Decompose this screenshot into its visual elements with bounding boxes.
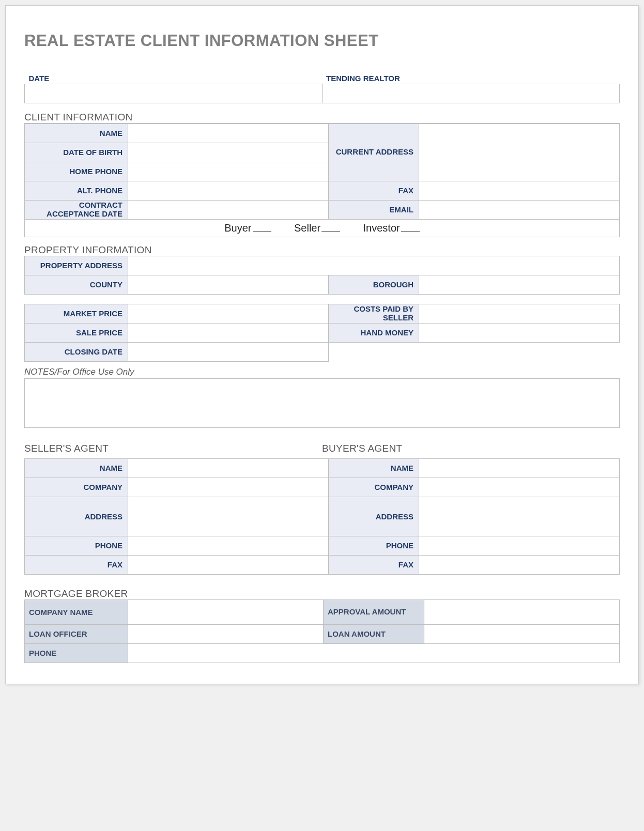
agents-table: NAME NAME COMPANY COMPANY ADDRESS ADDRES… — [24, 458, 620, 575]
realtor-input[interactable] — [322, 84, 620, 103]
seller-name-input[interactable] — [128, 458, 329, 478]
seller-fax-label: FAX — [25, 555, 128, 574]
property-table-2: MARKET PRICE COSTS PAID BY SELLER SALE P… — [24, 304, 620, 362]
client-fax-input[interactable] — [419, 181, 620, 200]
seller-address-input[interactable] — [128, 497, 329, 536]
client-dob-input[interactable] — [128, 143, 329, 162]
costs-paid-input[interactable] — [419, 304, 620, 323]
role-seller-blank[interactable] — [321, 231, 340, 232]
seller-fax-input[interactable] — [128, 555, 329, 574]
client-name-input[interactable] — [128, 124, 329, 143]
seller-company-input[interactable] — [128, 478, 329, 497]
buyers-agent-title: BUYER'S AGENT — [322, 439, 620, 458]
page-title: REAL ESTATE CLIENT INFORMATION SHEET — [24, 32, 620, 50]
buyer-phone-label: PHONE — [329, 536, 419, 555]
agents-header-table: SELLER'S AGENT BUYER'S AGENT — [24, 439, 620, 458]
broker-approval-input[interactable] — [424, 599, 620, 624]
client-current-address-label: CURRENT ADDRESS — [329, 124, 419, 181]
client-section-title: CLIENT INFORMATION — [24, 112, 620, 124]
realtor-header: TENDING REALTOR — [322, 65, 620, 84]
role-buyer-label: Buyer — [224, 222, 251, 234]
broker-company-label: COMPANY NAME — [25, 599, 128, 624]
top-table: DATE TENDING REALTOR — [24, 65, 620, 103]
broker-section-title: MORTGAGE BROKER — [24, 588, 620, 599]
sellers-agent-title: SELLER'S AGENT — [24, 439, 322, 458]
date-input[interactable] — [25, 84, 323, 103]
market-price-input[interactable] — [128, 304, 329, 323]
seller-name-label: NAME — [25, 458, 128, 478]
seller-phone-label: PHONE — [25, 536, 128, 555]
property-address-label: PROPERTY ADDRESS — [25, 256, 128, 275]
broker-phone-label: PHONE — [25, 643, 128, 663]
date-header: DATE — [25, 65, 323, 84]
buyer-fax-input[interactable] — [419, 555, 620, 574]
broker-company-input[interactable] — [128, 599, 324, 624]
notes-header: NOTES/For Office Use Only — [24, 365, 620, 378]
client-contract-date-label: CONTRACT ACCEPTANCE DATE — [25, 200, 128, 219]
property-borough-label: BOROUGH — [329, 275, 419, 294]
client-role-row[interactable]: Buyer Seller Investor — [25, 219, 620, 237]
property-borough-input[interactable] — [419, 275, 620, 294]
sale-price-label: SALE PRICE — [25, 323, 128, 342]
buyer-name-input[interactable] — [419, 458, 620, 478]
broker-loan-amount-label: LOAN AMOUNT — [324, 624, 424, 643]
buyer-address-input[interactable] — [419, 497, 620, 536]
role-buyer-blank[interactable] — [253, 231, 271, 232]
client-fax-label: FAX — [329, 181, 419, 200]
closing-date-label: CLOSING DATE — [25, 342, 128, 361]
role-investor-label: Investor — [363, 222, 400, 234]
notes-input[interactable] — [24, 378, 620, 428]
property-section-title: PROPERTY INFORMATION — [24, 244, 620, 256]
client-contract-date-input[interactable] — [128, 200, 329, 219]
sale-price-input[interactable] — [128, 323, 329, 342]
seller-phone-input[interactable] — [128, 536, 329, 555]
client-email-input[interactable] — [419, 200, 620, 219]
client-dob-label: DATE OF BIRTH — [25, 143, 128, 162]
buyer-company-input[interactable] — [419, 478, 620, 497]
property-table-1: PROPERTY ADDRESS COUNTY BOROUGH — [24, 256, 620, 295]
role-investor-blank[interactable] — [401, 231, 420, 232]
broker-officer-input[interactable] — [128, 624, 324, 643]
hand-money-input[interactable] — [419, 323, 620, 342]
client-homephone-label: HOME PHONE — [25, 162, 128, 181]
seller-address-label: ADDRESS — [25, 497, 128, 536]
market-price-label: MARKET PRICE — [25, 304, 128, 323]
broker-officer-label: LOAN OFFICER — [25, 624, 128, 643]
client-email-label: EMAIL — [329, 200, 419, 219]
role-seller-label: Seller — [294, 222, 320, 234]
seller-company-label: COMPANY — [25, 478, 128, 497]
broker-phone-input[interactable] — [128, 643, 620, 663]
buyer-company-label: COMPANY — [329, 478, 419, 497]
client-homephone-input[interactable] — [128, 162, 329, 181]
property-address-input[interactable] — [128, 256, 620, 275]
client-name-label: NAME — [25, 124, 128, 143]
property-county-label: COUNTY — [25, 275, 128, 294]
client-altphone-label: ALT. PHONE — [25, 181, 128, 200]
closing-date-input[interactable] — [128, 342, 329, 361]
broker-approval-label: APPROVAL AMOUNT — [324, 599, 424, 624]
client-altphone-input[interactable] — [128, 181, 329, 200]
hand-money-label: HAND MONEY — [329, 323, 419, 342]
broker-table: COMPANY NAME APPROVAL AMOUNT LOAN OFFICE… — [24, 599, 620, 663]
client-current-address-input[interactable] — [419, 124, 620, 181]
broker-loan-amount-input[interactable] — [424, 624, 620, 643]
buyer-address-label: ADDRESS — [329, 497, 419, 536]
buyer-name-label: NAME — [329, 458, 419, 478]
form-page: REAL ESTATE CLIENT INFORMATION SHEET DAT… — [5, 5, 639, 684]
property-county-input[interactable] — [128, 275, 329, 294]
client-table: NAME CURRENT ADDRESS DATE OF BIRTH HOME … — [24, 124, 620, 237]
buyer-phone-input[interactable] — [419, 536, 620, 555]
buyer-fax-label: FAX — [329, 555, 419, 574]
costs-paid-label: COSTS PAID BY SELLER — [329, 304, 419, 323]
